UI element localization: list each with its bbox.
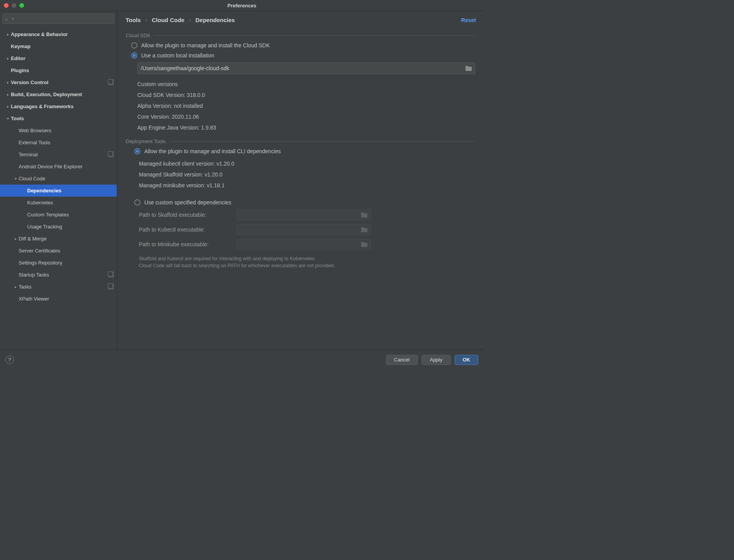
radio-icon [134,148,140,154]
skaffold-path-field[interactable] [237,209,371,220]
version-line: Core Version: 2020.11.06 [137,111,475,122]
dep-label: Path to Minikube executable: [139,241,228,247]
minikube-path-input[interactable] [240,241,361,247]
sidebar-item-label: Kubernetes [27,200,114,206]
radio-custom-local-install[interactable]: Use a custom local installation [131,52,475,59]
sdk-versions-block: Custom versions Cloud SDK Version: 318.0… [137,79,475,133]
sidebar-item-tools[interactable]: ▾Tools [0,112,117,124]
sidebar-item-label: Version Control [11,80,107,85]
reset-link[interactable]: Reset [461,17,476,23]
sidebar-item-version-control[interactable]: ▸Version Control [0,76,117,88]
sidebar-item-settings-repository[interactable]: Settings Repository [0,257,117,269]
skaffold-path-input[interactable] [240,212,361,218]
sidebar-item-label: Android Device File Explorer [19,164,114,169]
apply-button[interactable]: Apply [422,355,451,365]
kubectl-path-field[interactable] [237,224,371,235]
version-line: Managed Skaffold version: v1.20.0 [139,169,475,180]
sidebar-item-label: Appearance & Behavior [11,31,114,37]
minikube-path-row: Path to Minikube executable: [139,239,475,250]
folder-icon[interactable] [361,213,367,218]
section-deployment-tools-title: Deployment Tools [126,138,475,144]
sidebar-item-usage-tracking[interactable]: Usage Tracking [0,221,117,233]
project-scope-icon [109,80,114,85]
sidebar-item-editor[interactable]: ▸Editor [0,52,117,64]
radio-custom-deps[interactable]: Use custom specified dependencies [134,199,475,206]
search-field[interactable]: ⌕ ▼ [2,14,114,24]
sidebar-item-keymap[interactable]: Keymap [0,40,117,52]
window-maximize-button[interactable] [19,3,24,8]
chevron-right-icon[interactable]: ▸ [5,56,11,60]
radio-label: Allow the plugin to manage and install t… [141,42,270,48]
sidebar-item-label: Tools [11,116,114,121]
sidebar-item-languages-frameworks[interactable]: ▸Languages & Frameworks [0,100,117,112]
sidebar-item-label: Web Browsers [19,128,114,133]
sidebar-item-terminal[interactable]: Terminal [0,149,117,161]
ok-button[interactable]: OK [455,355,479,365]
skaffold-path-row: Path to Skaffold executable: [139,209,475,220]
cancel-button[interactable]: Cancel [386,355,418,365]
crumb-tools[interactable]: Tools [126,17,141,23]
chevron-right-icon[interactable]: ▸ [5,92,11,97]
sidebar-item-cloud-code[interactable]: ▾Cloud Code [0,173,117,185]
project-scope-icon [109,152,114,157]
sidebar-item-plugins[interactable]: Plugins [0,64,117,76]
sidebar-item-custom-templates[interactable]: Custom Templates [0,209,117,221]
window-close-button[interactable] [4,3,9,8]
version-line: Alpha Version: not installed [137,100,475,111]
chevron-right-icon[interactable]: ▸ [5,104,11,109]
titlebar: Preferences [0,0,484,11]
sdk-path-input[interactable] [141,65,466,71]
sidebar-item-label: Settings Repository [19,260,114,266]
folder-icon[interactable] [466,66,472,71]
sidebar-item-label: Usage Tracking [27,224,114,230]
search-input[interactable] [17,16,112,22]
folder-icon[interactable] [361,227,367,232]
sidebar-item-label: Custom Templates [27,212,114,218]
radio-plugin-manage-sdk[interactable]: Allow the plugin to manage and install t… [131,42,475,48]
search-icon: ⌕ [5,16,8,22]
version-line: App Engine Java Version: 1.9.83 [137,122,475,133]
chevron-right-icon: › [145,17,147,23]
sidebar-item-label: Keymap [11,43,114,49]
version-line: Cloud SDK Version: 318.0.0 [137,90,475,100]
sidebar-item-label: Cloud Code [19,176,114,181]
window-minimize-button[interactable] [12,3,16,8]
sidebar-item-xpath-viewer[interactable]: XPath Viewer [0,293,117,305]
kubectl-path-input[interactable] [240,226,361,233]
crumb-cloud-code[interactable]: Cloud Code [152,17,184,23]
chevron-right-icon[interactable]: ▸ [12,237,19,241]
sidebar-item-label: External Tools [19,140,114,145]
minikube-path-field[interactable] [237,239,371,250]
content-panel: Tools › Cloud Code › Dependencies Reset … [117,11,484,349]
sidebar-item-label: Dependencies [27,188,114,194]
sidebar-item-appearance-behavior[interactable]: ▸Appearance & Behavior [0,28,117,40]
dep-label: Path to Skaffold executable: [139,212,228,218]
chevron-down-icon[interactable]: ▾ [12,176,19,181]
radio-manage-cli-deps[interactable]: Allow the plugin to manage and install C… [134,148,475,154]
sidebar-item-diff-merge[interactable]: ▸Diff & Merge [0,233,117,245]
radio-icon [131,42,137,48]
sidebar-item-kubernetes[interactable]: Kubernetes [0,197,117,209]
sidebar-item-build-execution-deployment[interactable]: ▸Build, Execution, Deployment [0,88,117,100]
sidebar-item-startup-tasks[interactable]: Startup Tasks [0,269,117,281]
sidebar-item-web-browsers[interactable]: Web Browsers [0,124,117,137]
sidebar-item-dependencies[interactable]: Dependencies [0,185,117,197]
help-button[interactable]: ? [5,356,14,364]
window-title: Preferences [227,3,256,9]
sdk-path-field[interactable] [137,62,475,74]
chevron-down-icon[interactable]: ▾ [5,116,11,121]
managed-versions-block: Managed kubectl client version: v1.20.0 … [139,158,475,191]
sidebar-item-label: Tasks [19,284,107,290]
sidebar-item-server-certificates[interactable]: Server Certificates [0,245,117,257]
radio-label: Allow the plugin to manage and install C… [144,148,281,154]
sidebar-item-external-tools[interactable]: External Tools [0,137,117,149]
sidebar-item-android-device-file-explorer[interactable]: Android Device File Explorer [0,161,117,173]
chevron-right-icon[interactable]: ▸ [5,80,11,85]
chevron-right-icon[interactable]: ▸ [5,32,11,36]
folder-icon[interactable] [361,242,367,247]
crumb-dependencies: Dependencies [196,17,235,23]
chevron-down-icon[interactable]: ▼ [11,17,14,21]
sidebar-item-label: Server Certificates [19,248,114,254]
chevron-right-icon[interactable]: ▸ [12,285,19,289]
sidebar-item-tasks[interactable]: ▸Tasks [0,281,117,293]
